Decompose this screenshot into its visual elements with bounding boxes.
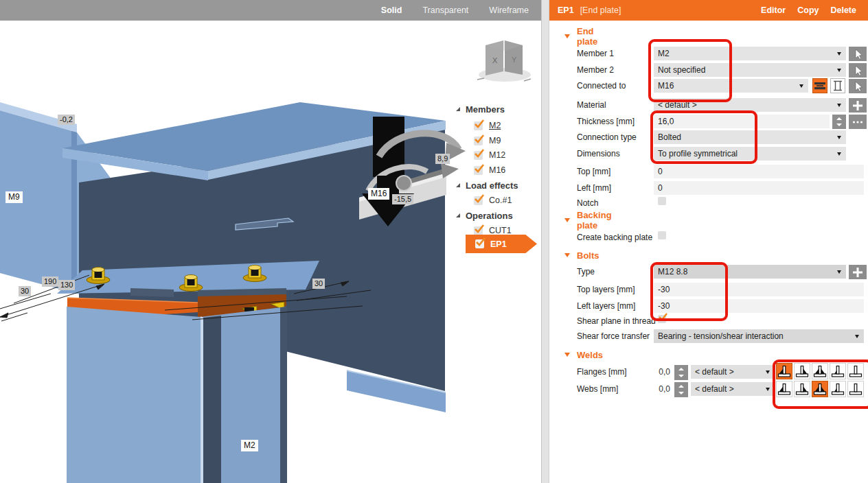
connection-type-dropdown[interactable]: Bolted xyxy=(654,130,846,144)
weld-type-fillet-left-button[interactable] xyxy=(776,363,792,379)
row-notch: Notch xyxy=(549,196,868,210)
tree-item-ep1-selected[interactable]: EP1 xyxy=(466,235,537,253)
delete-button[interactable]: Delete xyxy=(830,5,856,15)
add-material-button[interactable] xyxy=(849,98,867,113)
shear-transfer-dropdown[interactable]: Bearing - tension/shear interaction xyxy=(654,329,864,343)
shear-plane-checkbox[interactable] xyxy=(658,315,666,323)
checkbox-ep1[interactable] xyxy=(475,239,484,248)
collapse-icon[interactable] xyxy=(564,34,570,38)
tree-item-co1[interactable]: Co.#1 xyxy=(474,193,512,207)
connect-to-web-button[interactable] xyxy=(830,78,845,93)
webs-size-value[interactable]: 0,0 xyxy=(641,384,670,394)
operation-type: [End plate] xyxy=(580,5,621,15)
weld-type-bevel-button[interactable] xyxy=(830,363,846,379)
row-bolt-type: Type M12 8.8 xyxy=(549,265,868,279)
view-cube[interactable]: X Y xyxy=(476,36,534,85)
tree-item-m16[interactable]: M16 xyxy=(474,163,505,177)
member-m2-solid[interactable] xyxy=(67,307,287,483)
member-m9-tag[interactable]: M9 xyxy=(5,191,23,203)
expander-icon[interactable] xyxy=(456,107,460,111)
tree-group-members[interactable]: Members xyxy=(456,102,505,116)
row-dimensions: Dimensions To profile symmetrical xyxy=(549,147,868,161)
chevron-down-icon xyxy=(837,270,841,274)
thickness-input[interactable]: 16,0 xyxy=(654,115,830,128)
tree-item-m9[interactable]: M9 xyxy=(474,134,501,148)
weld-type-fillet-right-button[interactable] xyxy=(794,381,810,397)
field-label: Thickness [mm] xyxy=(577,117,635,126)
weld-type-butt-button[interactable] xyxy=(847,363,864,379)
member-m2-tag[interactable]: M2 xyxy=(241,440,258,451)
tree-item-m12[interactable]: M12 xyxy=(474,148,505,162)
dropdown-value: < default > xyxy=(658,100,697,110)
field-label: Left [mm] xyxy=(577,183,611,193)
input-value: -30 xyxy=(658,301,670,311)
checkbox-m16[interactable] xyxy=(474,166,483,175)
tree-item-m2[interactable]: M2 xyxy=(474,119,501,132)
bolt-type-dropdown[interactable]: M12 8.8 xyxy=(654,265,846,279)
field-label: Webs [mm] xyxy=(577,384,618,394)
left-layers-input[interactable]: -30 xyxy=(654,299,864,313)
checkbox-m9[interactable] xyxy=(474,137,483,145)
weld-type-butt-button[interactable] xyxy=(847,381,864,397)
butt-weld-icon xyxy=(848,364,863,379)
material-dropdown[interactable]: < default > xyxy=(654,98,846,112)
weld-type-fillet-left-button[interactable] xyxy=(776,381,792,397)
checkbox-co1[interactable] xyxy=(474,196,483,205)
row-left-layers: Left layers [mm] -30 xyxy=(549,299,868,313)
solid-mode-button[interactable]: Solid xyxy=(381,5,402,15)
copy-button[interactable]: Copy xyxy=(797,5,819,15)
dropdown-value: M12 8.8 xyxy=(658,267,687,276)
left-input[interactable]: 0 xyxy=(654,181,864,195)
chevron-down-icon xyxy=(837,104,841,107)
weld-type-fillet-right-button[interactable] xyxy=(794,363,810,379)
top-layers-input[interactable]: -30 xyxy=(654,283,864,296)
dimensions-dropdown[interactable]: To profile symmetrical xyxy=(654,147,846,161)
pick-member1-button[interactable] xyxy=(849,47,867,61)
thickness-more-button[interactable] xyxy=(849,115,867,129)
pick-member2-button[interactable] xyxy=(849,63,867,78)
add-bolt-assembly-button[interactable] xyxy=(849,265,867,279)
connected-to-dropdown[interactable]: M16 xyxy=(654,79,808,93)
plus-icon xyxy=(852,267,863,278)
expander-icon[interactable] xyxy=(456,183,460,187)
row-top-layers: Top layers [mm] -30 xyxy=(549,283,868,296)
expander-icon[interactable] xyxy=(456,213,460,217)
member2-dropdown[interactable]: Not specified xyxy=(654,63,846,77)
weld-type-double-fillet-button[interactable] xyxy=(812,381,828,397)
editor-button[interactable]: Editor xyxy=(761,5,786,15)
checkbox-m12[interactable] xyxy=(474,151,483,160)
checkbox-cut1[interactable] xyxy=(474,226,483,235)
notch-checkbox[interactable] xyxy=(658,197,666,205)
wireframe-mode-button[interactable]: Wireframe xyxy=(489,5,529,15)
weld-type-bevel-button[interactable] xyxy=(830,381,846,397)
create-backing-plate-checkbox[interactable] xyxy=(658,231,666,239)
row-connection-type: Connection type Bolted xyxy=(549,130,868,144)
connect-to-flange-button[interactable] xyxy=(812,78,827,93)
flanges-weld-material-dropdown[interactable]: < default > xyxy=(691,365,775,379)
thickness-stepper[interactable] xyxy=(832,115,846,129)
flanges-stepper[interactable] xyxy=(674,365,688,380)
collapse-icon[interactable] xyxy=(564,353,570,357)
double-fillet-weld-icon xyxy=(812,364,827,379)
fillet-left-weld-icon xyxy=(777,381,792,397)
tree-group-load-effects[interactable]: Load effects xyxy=(456,178,518,192)
panel-splitter[interactable] xyxy=(541,0,549,483)
chevron-down-icon xyxy=(837,69,841,72)
transparent-mode-button[interactable]: Transparent xyxy=(422,5,468,15)
webs-stepper[interactable] xyxy=(674,382,688,397)
field-label: Top layers [mm] xyxy=(577,285,635,294)
3d-viewport[interactable]: Solid Transparent Wireframe xyxy=(0,0,541,483)
tree-group-operations[interactable]: Operations xyxy=(456,209,513,222)
flanges-size-value[interactable]: 0,0 xyxy=(641,367,670,377)
member1-dropdown[interactable]: M2 xyxy=(654,47,846,60)
webs-weld-material-dropdown[interactable]: < default > xyxy=(691,382,775,396)
collapse-icon[interactable] xyxy=(564,218,570,222)
checkbox-m2[interactable] xyxy=(474,121,483,130)
row-connected-to: Connected to M16 xyxy=(549,79,868,93)
dropdown-value: Bolted xyxy=(658,132,681,142)
collapse-icon[interactable] xyxy=(564,253,570,257)
member-m16-tag[interactable]: M16 xyxy=(368,188,389,200)
top-input[interactable]: 0 xyxy=(654,165,864,178)
pick-connected-button[interactable] xyxy=(849,79,867,93)
weld-type-double-fillet-button[interactable] xyxy=(812,363,828,379)
